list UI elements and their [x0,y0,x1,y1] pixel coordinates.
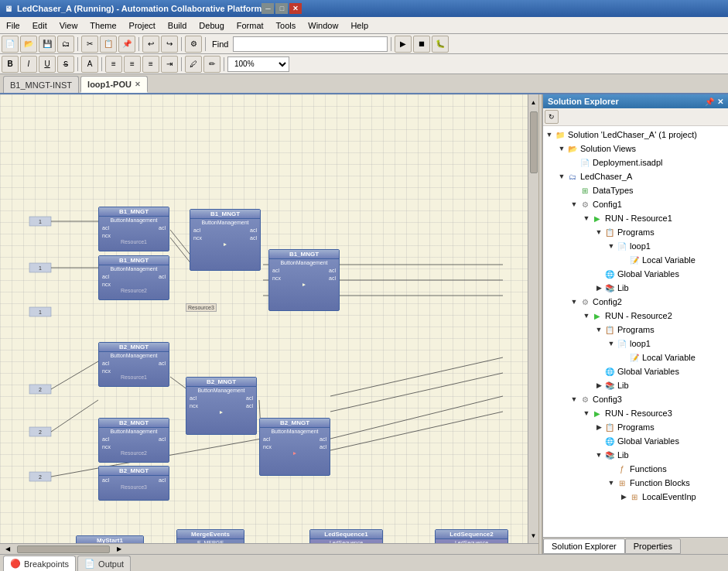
toggle-config1[interactable]: ▼ [569,200,579,209]
tb-build[interactable]: ⚙ [185,36,202,53]
pou-block-b1mngt-bm1[interactable]: B1_MNGT ButtonManagement aclacl ncxacl ▸ [190,209,261,271]
tb-copy[interactable]: 📋 [100,36,117,53]
tree-localvar-r1[interactable]: 📝 Local Variable [543,253,728,267]
maximize-button[interactable]: □ [275,3,288,14]
tree-solution-views[interactable]: ▼ 📂 Solution Views [543,142,728,156]
horizontal-scrollbar[interactable]: ◀ ▶ [0,543,538,554]
tree-globalvar-r1[interactable]: 🌐 Global Variables [543,267,728,281]
tb-paste[interactable]: 📌 [118,36,135,53]
tb-cut[interactable]: ✂ [81,36,98,53]
minimize-button[interactable]: ─ [261,3,274,14]
tree-localeventinp[interactable]: ▶ ⊞ LocalEventInp [543,490,728,504]
toggle-lei[interactable]: ▶ [619,492,628,501]
bottom-tab-output[interactable]: 📄 Output [77,556,131,571]
se-refresh-btn[interactable]: ↻ [545,110,559,124]
pou-block-b1mngt-resource1[interactable]: B1_MNGT ButtonManagement aclacl ncx Reso… [98,207,169,251]
vertical-scrollbar[interactable]: ▲ ▼ [528,94,538,543]
menu-view[interactable]: View [53,17,84,34]
menu-debug[interactable]: Debug [193,17,230,34]
pou-block-b2mngt-bm2[interactable]: B2_MNGT ButtonManagement aclacl ncxacl ▸ [259,418,330,476]
tree-run-r2[interactable]: ▼ ▶ RUN - Resource2 [543,309,728,323]
diagram-canvas[interactable]: 1 1 1 2 2 2 [0,94,528,543]
menu-format[interactable]: Format [231,17,270,34]
tree-run-r1[interactable]: ▼ ▶ RUN - Resource1 [543,211,728,225]
pou-block-b2mngt-bm1[interactable]: B2_MNGT ButtonManagement aclacl ncxacl ▸ [186,377,257,435]
tb-color[interactable]: 🖊 [185,56,202,73]
toggle-sviews[interactable]: ▼ [557,144,566,153]
toggle-prog-r1[interactable]: ▼ [594,227,603,237]
tb-undo[interactable]: ↩ [142,36,159,53]
tree-config1[interactable]: ▼ ⚙ Config1 [543,197,728,211]
toggle-prog-r2[interactable]: ▼ [594,325,603,334]
tb-italic[interactable]: I [20,56,37,73]
bottom-tab-breakpoints[interactable]: 🔴 Breakpoints [3,556,76,571]
tree-config3[interactable]: ▼ ⚙ Config3 [543,392,728,406]
toggle-lib-r2[interactable]: ▶ [594,381,603,390]
pou-block-b1mngt-bm2[interactable]: B1_MNGT ButtonManagement aclacl ncxacl ▸ [268,249,340,311]
tree-lib-r1[interactable]: ▶ 📚 Lib [543,281,728,295]
menu-project[interactable]: Project [123,17,162,34]
menu-theme[interactable]: Theme [84,17,122,34]
toggle-config2[interactable]: ▼ [569,297,579,306]
tree-programs-r3[interactable]: ▶ 📋 Programs [543,420,728,434]
tb-new[interactable]: 📄 [2,36,19,53]
pou-block-b2mngt-r3[interactable]: B2_MNGT aclacl Resource3 [98,466,169,501]
pou-block-emerge[interactable]: MergeEvents E_MERGE EI1EO EI2 Resource1 [176,529,244,543]
tree-programs-r2[interactable]: ▼ 📋 Programs [543,323,728,337]
tb-save-all[interactable]: 🗂 [57,36,74,53]
toggle-prog-r3[interactable]: ▶ [594,422,603,432]
tb-open[interactable]: 📂 [20,36,37,53]
toggle-solution[interactable]: ▼ [545,130,554,139]
tb-indent[interactable]: ⇥ [161,56,178,73]
tb-run[interactable]: ▶ [395,36,412,53]
menu-build[interactable]: Build [162,17,193,34]
se-tab-explorer[interactable]: Solution Explorer [543,539,625,554]
close-button[interactable]: ✕ [289,3,302,14]
pou-block-estart[interactable]: MyStart1 E_RESTART cclu WARM STOP [76,535,144,543]
tb-stop[interactable]: ⏹ [413,36,430,53]
tree-solution[interactable]: ▼ 📁 Solution 'LedChaser_A' (1 project) [543,128,728,142]
tb-font-size[interactable]: A [81,56,98,73]
tree-datatypes[interactable]: ⊞ DataTypes [543,183,728,197]
toggle-project[interactable]: ▼ [557,172,566,181]
toggle-loop1-r2[interactable]: ▼ [607,339,616,348]
menu-file[interactable]: File [0,17,26,34]
find-input[interactable] [233,36,388,52]
tab-loop1[interactable]: loop1-POU ✕ [80,76,148,93]
pou-block-b2mngt-r1[interactable]: B2_MNGT ButtonManagement aclacl ncx Reso… [98,342,169,387]
se-close-icon[interactable]: ✕ [717,97,723,106]
menu-edit[interactable]: Edit [26,17,53,34]
tb-strike[interactable]: S̶ [57,56,74,73]
toggle-fb[interactable]: ▼ [607,478,616,487]
tb-align-left[interactable]: ≡ [105,56,122,73]
toggle-loop1-r1[interactable]: ▼ [607,241,616,251]
tree-config2[interactable]: ▼ ⚙ Config2 [543,295,728,309]
close-tab-loop1[interactable]: ✕ [135,80,141,88]
tab-b1mngt[interactable]: B1_MNGT-INST [3,76,79,93]
menu-help[interactable]: Help [344,17,374,34]
pou-block-b1mngt-resource2[interactable]: B1_MNGT ButtonManagement aclacl ncx Reso… [98,255,169,300]
pou-block-b2mngt-r2[interactable]: B2_MNGT ButtonManagement aclacl ncx Reso… [98,418,169,463]
tb-redo[interactable]: ↪ [161,36,178,53]
zoom-combo[interactable]: 100% 75% 50% [227,56,289,72]
toggle-config3[interactable]: ▼ [569,395,579,404]
tb-align-right[interactable]: ≡ [142,56,159,73]
toggle-lib-r3[interactable]: ▼ [594,450,603,460]
toggle-lib-r1[interactable]: ▶ [594,283,603,292]
tree-globalvar-r3[interactable]: 🌐 Global Variables [543,434,728,448]
toggle-run-r1[interactable]: ▼ [582,214,591,223]
tree-lib-r2[interactable]: ▶ 📚 Lib [543,378,728,392]
tree-localvar-r2[interactable]: 📝 Local Variable [543,350,728,364]
tree-deployment[interactable]: 📄 Deployment.isadpl [543,156,728,169]
tree-project[interactable]: ▼ 🗂 LedChaser_A [543,169,728,183]
toggle-run-r2[interactable]: ▼ [582,311,591,320]
tree-globalvar-r2[interactable]: 🌐 Global Variables [543,364,728,378]
pou-block-ledseq1[interactable]: LedSequence1 LedSequence InitDec IncRIO … [309,529,383,543]
menu-tools[interactable]: Tools [270,17,302,34]
tree-loop1-r2[interactable]: ▼ 📄 loop1 [543,337,728,350]
toggle-run-r3[interactable]: ▼ [582,409,591,418]
tree-loop1-r1[interactable]: ▼ 📄 loop1 [543,239,728,253]
tb-underline[interactable]: U [39,56,56,73]
menu-window[interactable]: Window [302,17,344,34]
tb-align-center[interactable]: ≡ [124,56,141,73]
